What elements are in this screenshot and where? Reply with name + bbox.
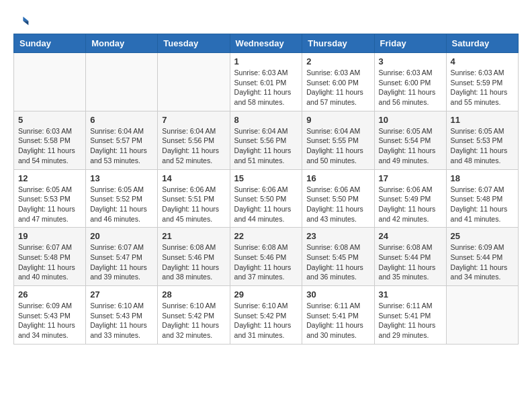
day-number: 7 (162, 115, 225, 125)
day-info: Sunrise: 6:08 AM Sunset: 5:45 PM Dayligh… (306, 242, 369, 282)
day-info: Sunrise: 6:03 AM Sunset: 6:00 PM Dayligh… (306, 68, 369, 107)
calendar-cell: 15Sunrise: 6:06 AM Sunset: 5:50 PM Dayli… (230, 169, 302, 228)
calendar-table: SundayMondayTuesdayWednesdayThursdayFrid… (13, 34, 519, 345)
day-number: 2 (306, 56, 369, 66)
day-number: 5 (18, 115, 81, 125)
day-number: 13 (90, 173, 153, 183)
day-info: Sunrise: 6:07 AM Sunset: 5:48 PM Dayligh… (18, 242, 81, 282)
calendar-cell: 2Sunrise: 6:03 AM Sunset: 6:00 PM Daylig… (302, 53, 374, 111)
calendar-cell: 31Sunrise: 6:11 AM Sunset: 5:41 PM Dayli… (374, 286, 446, 345)
calendar-cell: 25Sunrise: 6:09 AM Sunset: 5:44 PM Dayli… (446, 228, 518, 286)
calendar-cell (14, 53, 86, 111)
calendar-cell: 26Sunrise: 6:09 AM Sunset: 5:43 PM Dayli… (14, 286, 86, 345)
day-info: Sunrise: 6:09 AM Sunset: 5:44 PM Dayligh… (451, 242, 514, 282)
calendar-cell: 23Sunrise: 6:08 AM Sunset: 5:45 PM Dayli… (302, 228, 374, 286)
day-number: 8 (234, 115, 298, 125)
day-number: 27 (90, 289, 153, 300)
calendar-cell: 5Sunrise: 6:03 AM Sunset: 5:58 PM Daylig… (14, 111, 86, 169)
calendar-cell: 21Sunrise: 6:08 AM Sunset: 5:46 PM Dayli… (158, 228, 230, 286)
day-info: Sunrise: 6:10 AM Sunset: 5:43 PM Dayligh… (90, 301, 153, 340)
calendar-cell: 6Sunrise: 6:04 AM Sunset: 5:57 PM Daylig… (86, 111, 158, 169)
weekday-header: Sunday (14, 34, 86, 53)
day-info: Sunrise: 6:10 AM Sunset: 5:42 PM Dayligh… (162, 301, 225, 340)
day-info: Sunrise: 6:09 AM Sunset: 5:43 PM Dayligh… (18, 301, 81, 340)
day-number: 19 (18, 231, 81, 241)
calendar-cell: 17Sunrise: 6:06 AM Sunset: 5:49 PM Dayli… (374, 169, 446, 228)
calendar-cell: 10Sunrise: 6:05 AM Sunset: 5:54 PM Dayli… (374, 111, 446, 169)
day-number: 23 (306, 231, 369, 241)
day-info: Sunrise: 6:05 AM Sunset: 5:52 PM Dayligh… (90, 185, 153, 224)
day-number: 22 (234, 231, 298, 241)
weekday-header: Friday (374, 34, 446, 53)
weekday-header: Tuesday (158, 34, 230, 53)
day-number: 25 (451, 231, 514, 241)
day-number: 28 (162, 289, 225, 300)
day-number: 30 (306, 289, 369, 300)
calendar-cell: 20Sunrise: 6:07 AM Sunset: 5:47 PM Dayli… (86, 228, 158, 286)
day-number: 1 (234, 56, 298, 66)
calendar-cell: 24Sunrise: 6:08 AM Sunset: 5:44 PM Dayli… (374, 228, 446, 286)
calendar-cell: 8Sunrise: 6:04 AM Sunset: 5:56 PM Daylig… (230, 111, 302, 169)
day-number: 15 (234, 173, 298, 183)
day-number: 3 (379, 56, 442, 66)
day-number: 29 (234, 289, 298, 300)
day-info: Sunrise: 6:04 AM Sunset: 5:56 PM Dayligh… (162, 126, 225, 166)
day-info: Sunrise: 6:04 AM Sunset: 5:55 PM Dayligh… (306, 126, 369, 166)
day-info: Sunrise: 6:03 AM Sunset: 5:59 PM Dayligh… (451, 68, 514, 107)
day-info: Sunrise: 6:06 AM Sunset: 5:49 PM Dayligh… (379, 185, 442, 224)
day-info: Sunrise: 6:06 AM Sunset: 5:50 PM Dayligh… (306, 185, 369, 224)
day-number: 10 (379, 115, 442, 125)
calendar-cell: 4Sunrise: 6:03 AM Sunset: 5:59 PM Daylig… (446, 53, 518, 111)
calendar-week-row: 26Sunrise: 6:09 AM Sunset: 5:43 PM Dayli… (14, 286, 519, 345)
day-number: 9 (306, 115, 369, 125)
calendar-cell: 19Sunrise: 6:07 AM Sunset: 5:48 PM Dayli… (14, 228, 86, 286)
calendar-cell (86, 53, 158, 111)
calendar-cell: 1Sunrise: 6:03 AM Sunset: 6:01 PM Daylig… (230, 53, 302, 111)
day-info: Sunrise: 6:03 AM Sunset: 6:00 PM Dayligh… (379, 68, 442, 107)
calendar-cell: 3Sunrise: 6:03 AM Sunset: 6:00 PM Daylig… (374, 53, 446, 111)
day-info: Sunrise: 6:04 AM Sunset: 5:56 PM Dayligh… (234, 126, 298, 166)
calendar-cell: 18Sunrise: 6:07 AM Sunset: 5:48 PM Dayli… (446, 169, 518, 228)
day-number: 31 (379, 289, 442, 300)
day-info: Sunrise: 6:06 AM Sunset: 5:50 PM Dayligh… (234, 185, 298, 224)
calendar-week-row: 19Sunrise: 6:07 AM Sunset: 5:48 PM Dayli… (14, 228, 519, 286)
day-info: Sunrise: 6:10 AM Sunset: 5:42 PM Dayligh… (234, 301, 298, 340)
logo-icon (13, 13, 30, 30)
day-info: Sunrise: 6:07 AM Sunset: 5:47 PM Dayligh… (90, 242, 153, 282)
day-number: 18 (451, 173, 514, 183)
weekday-header: Thursday (302, 34, 374, 53)
calendar-week-row: 12Sunrise: 6:05 AM Sunset: 5:53 PM Dayli… (14, 169, 519, 228)
day-info: Sunrise: 6:05 AM Sunset: 5:54 PM Dayligh… (379, 126, 442, 166)
day-info: Sunrise: 6:03 AM Sunset: 5:58 PM Dayligh… (18, 126, 81, 166)
day-number: 20 (90, 231, 153, 241)
calendar-week-row: 5Sunrise: 6:03 AM Sunset: 5:58 PM Daylig… (14, 111, 519, 169)
day-info: Sunrise: 6:03 AM Sunset: 6:01 PM Dayligh… (234, 68, 298, 107)
weekday-header: Monday (86, 34, 158, 53)
day-info: Sunrise: 6:08 AM Sunset: 5:46 PM Dayligh… (162, 242, 225, 282)
day-info: Sunrise: 6:05 AM Sunset: 5:53 PM Dayligh… (18, 185, 81, 224)
day-number: 6 (90, 115, 153, 125)
calendar-cell: 9Sunrise: 6:04 AM Sunset: 5:55 PM Daylig… (302, 111, 374, 169)
calendar-week-row: 1Sunrise: 6:03 AM Sunset: 6:01 PM Daylig… (14, 53, 519, 111)
day-number: 4 (451, 56, 514, 66)
calendar-cell (158, 53, 230, 111)
day-number: 24 (379, 231, 442, 241)
day-number: 14 (162, 173, 225, 183)
calendar-cell: 22Sunrise: 6:08 AM Sunset: 5:46 PM Dayli… (230, 228, 302, 286)
day-info: Sunrise: 6:08 AM Sunset: 5:46 PM Dayligh… (234, 242, 298, 282)
logo (13, 13, 32, 30)
calendar-cell: 11Sunrise: 6:05 AM Sunset: 5:53 PM Dayli… (446, 111, 518, 169)
calendar-cell: 27Sunrise: 6:10 AM Sunset: 5:43 PM Dayli… (86, 286, 158, 345)
day-info: Sunrise: 6:06 AM Sunset: 5:51 PM Dayligh… (162, 185, 225, 224)
day-number: 21 (162, 231, 225, 241)
calendar-cell: 16Sunrise: 6:06 AM Sunset: 5:50 PM Dayli… (302, 169, 374, 228)
calendar-cell: 30Sunrise: 6:11 AM Sunset: 5:41 PM Dayli… (302, 286, 374, 345)
day-number: 16 (306, 173, 369, 183)
day-info: Sunrise: 6:11 AM Sunset: 5:41 PM Dayligh… (379, 301, 442, 340)
calendar-cell: 13Sunrise: 6:05 AM Sunset: 5:52 PM Dayli… (86, 169, 158, 228)
day-number: 11 (451, 115, 514, 125)
day-number: 17 (379, 173, 442, 183)
day-number: 12 (18, 173, 81, 183)
day-info: Sunrise: 6:04 AM Sunset: 5:57 PM Dayligh… (90, 126, 153, 166)
calendar-cell: 7Sunrise: 6:04 AM Sunset: 5:56 PM Daylig… (158, 111, 230, 169)
